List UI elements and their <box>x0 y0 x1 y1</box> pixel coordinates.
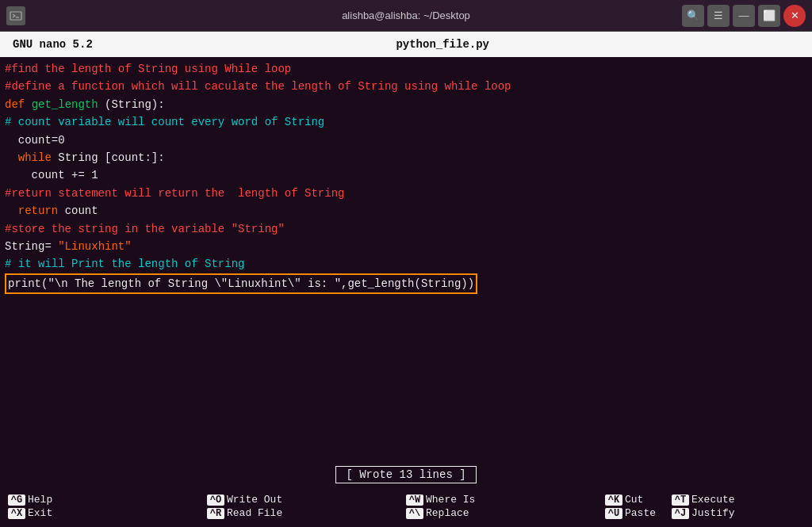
highlighted-print-line: print("\n The length of String \"Linuxhi… <box>5 273 477 294</box>
titlebar-controls: 🔍 ☰ — ⬜ ✕ <box>682 5 806 27</box>
label-writeout: Write Out <box>227 494 282 506</box>
shortcut-execute[interactable]: ^T Execute <box>672 494 735 506</box>
code-line-11: String= "Linuxhint" <box>5 238 807 255</box>
label-exit: Exit <box>28 507 52 519</box>
code-editor[interactable]: #find the length of String using While l… <box>0 57 812 464</box>
key-whereis: ^W <box>406 495 423 506</box>
search-button[interactable]: 🔍 <box>682 5 704 27</box>
titlebar: alishba@alishba: ~/Desktop 🔍 ☰ — ⬜ ✕ <box>0 0 812 32</box>
nano-header: GNU nano 5.2 python_file.py <box>0 32 812 57</box>
shortcut-writeout[interactable]: ^O Write Out <box>207 494 406 506</box>
code-line-6: while String [count:]: <box>5 149 807 166</box>
key-replace: ^\ <box>406 508 423 519</box>
shortcut-help[interactable]: ^G Help <box>8 494 207 506</box>
key-exit: ^X <box>8 508 25 519</box>
shortcut-replace[interactable]: ^\ Replace <box>406 507 605 519</box>
titlebar-title: alishba@alishba: ~/Desktop <box>342 10 470 21</box>
key-help: ^G <box>8 495 25 506</box>
shortcut-exit[interactable]: ^X Exit <box>8 507 207 519</box>
key-justify: ^J <box>672 508 689 519</box>
shortcut-col-2: ^O Write Out ^R Read File <box>207 494 406 519</box>
code-line-10: #store the string in the variable "Strin… <box>5 220 807 238</box>
shortcuts-bar: ^G Help ^X Exit ^O Write Out ^R Read Fil… <box>0 486 812 527</box>
code-line-5: count=0 <box>5 132 807 149</box>
label-readfile: Read File <box>227 507 282 519</box>
shortcut-readfile[interactable]: ^R Read File <box>207 507 406 519</box>
status-message: [ Wrote 13 lines ] <box>335 466 476 483</box>
key-execute: ^T <box>672 495 689 506</box>
label-help: Help <box>28 494 52 506</box>
status-bar: [ Wrote 13 lines ] <box>0 464 812 486</box>
key-writeout: ^O <box>207 495 224 506</box>
code-line-3: def get_length (String): <box>5 96 807 113</box>
label-cut: Cut <box>625 494 643 506</box>
nano-version: GNU nano 5.2 <box>13 38 93 51</box>
code-line-4: # count variable will count every word o… <box>5 113 807 131</box>
shortcut-col-4b: ^T Execute ^J Justify <box>672 494 735 519</box>
code-line-8: #return statement will return the length… <box>5 185 807 202</box>
code-line-1: #find the length of String using While l… <box>5 60 807 78</box>
shortcut-cut[interactable]: ^K Cut <box>605 494 656 506</box>
code-line-12: # it will Print the length of String <box>5 255 807 273</box>
shortcut-whereis[interactable]: ^W Where Is <box>406 494 605 506</box>
shortcut-paste[interactable]: ^U Paste <box>605 507 656 519</box>
label-paste: Paste <box>625 507 656 519</box>
key-readfile: ^R <box>207 508 224 519</box>
shortcut-col-1: ^G Help ^X Exit <box>8 494 207 519</box>
code-line-9: return count <box>5 202 807 220</box>
shortcuts-grid: ^G Help ^X Exit ^O Write Out ^R Read Fil… <box>8 494 804 519</box>
shortcut-col-4a: ^K Cut ^U Paste <box>605 494 656 519</box>
key-paste: ^U <box>605 508 622 519</box>
menu-button[interactable]: ☰ <box>707 5 730 27</box>
nano-filename: python_file.py <box>396 38 489 51</box>
shortcut-col-4: ^K Cut ^U Paste ^T Execute ^J Justify <box>605 494 804 519</box>
label-whereis: Where Is <box>426 494 475 506</box>
close-button[interactable]: ✕ <box>783 5 806 27</box>
nano-right <box>793 38 799 51</box>
code-line-2: #define a function which will caculate t… <box>5 78 807 95</box>
label-replace: Replace <box>426 507 469 519</box>
label-execute: Execute <box>691 494 735 506</box>
minimize-button[interactable]: — <box>733 5 755 27</box>
label-justify: Justify <box>691 507 735 519</box>
shortcut-justify[interactable]: ^J Justify <box>672 507 735 519</box>
key-cut: ^K <box>605 495 622 506</box>
terminal-icon <box>6 6 25 25</box>
maximize-button[interactable]: ⬜ <box>758 5 780 27</box>
code-line-13: print("\n The length of String \"Linuxhi… <box>5 273 807 294</box>
code-line-7: count += 1 <box>5 166 807 184</box>
shortcut-col-3: ^W Where Is ^\ Replace <box>406 494 605 519</box>
titlebar-left <box>6 6 32 25</box>
